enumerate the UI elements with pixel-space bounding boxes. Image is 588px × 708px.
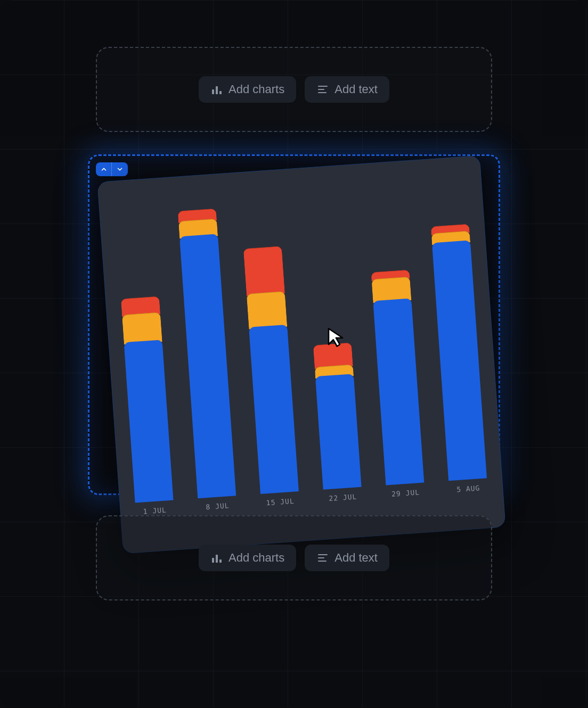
svg-rect-8 [219, 559, 222, 563]
bar-chart: 1 JUL8 JUL15 JUL22 JUL29 JUL5 AUG [114, 178, 488, 516]
bar-stack [121, 298, 173, 503]
bar-column: 15 JUL [243, 248, 300, 507]
bar-segment-blue [373, 298, 424, 485]
text-lines-icon [316, 551, 329, 564]
bar-stack [431, 226, 487, 481]
svg-rect-2 [219, 91, 222, 94]
svg-rect-7 [216, 555, 218, 563]
bar-stack [178, 211, 236, 498]
bar-segment-blue [315, 374, 362, 489]
bar-category-label: 1 JUL [143, 506, 167, 515]
bar-stack [371, 272, 424, 485]
chart-card-dragging[interactable]: 1 JUL8 JUL15 JUL22 JUL29 JUL5 AUG [97, 155, 505, 554]
bar-column: 5 AUG [431, 226, 488, 494]
bar-category-label: 29 JUL [391, 488, 420, 498]
bar-category-label: 22 JUL [329, 492, 357, 503]
bar-column: 22 JUL [313, 344, 362, 503]
bar-column: 1 JUL [121, 298, 174, 516]
text-lines-icon [316, 83, 329, 96]
bar-column: 29 JUL [371, 272, 425, 499]
svg-rect-0 [212, 89, 214, 94]
dropzone-bottom[interactable]: Add charts Add text [96, 515, 492, 600]
move-down-button[interactable] [112, 162, 128, 176]
reorder-control [96, 162, 128, 176]
bar-segment-orange [122, 312, 162, 344]
bar-chart-icon [210, 83, 223, 96]
add-text-label: Add text [334, 551, 378, 565]
bar-category-label: 15 JUL [266, 497, 295, 507]
add-charts-button[interactable]: Add charts [199, 545, 296, 571]
add-charts-label: Add charts [228, 551, 284, 565]
add-text-button[interactable]: Add text [305, 545, 389, 571]
add-text-label: Add text [334, 83, 378, 96]
bar-segment-blue [249, 325, 299, 494]
bar-category-label: 8 JUL [206, 501, 230, 511]
svg-rect-1 [216, 86, 218, 94]
bar-segment-orange [247, 291, 288, 330]
bar-segment-blue [432, 240, 487, 481]
move-up-button[interactable] [96, 162, 112, 176]
bar-segment-red [243, 246, 285, 296]
bar-stack [313, 344, 362, 489]
bar-chart-icon [210, 551, 223, 564]
add-text-button[interactable]: Add text [305, 76, 389, 103]
bar-stack [243, 248, 299, 494]
bar-column: 8 JUL [178, 211, 237, 512]
add-charts-button[interactable]: Add charts [199, 76, 296, 103]
svg-rect-6 [212, 558, 214, 563]
dropzone-top[interactable]: Add charts Add text [96, 47, 492, 132]
bar-segment-blue [124, 340, 174, 503]
bar-segment-blue [179, 234, 236, 499]
bar-category-label: 5 AUG [456, 484, 480, 493]
add-charts-label: Add charts [228, 83, 284, 96]
